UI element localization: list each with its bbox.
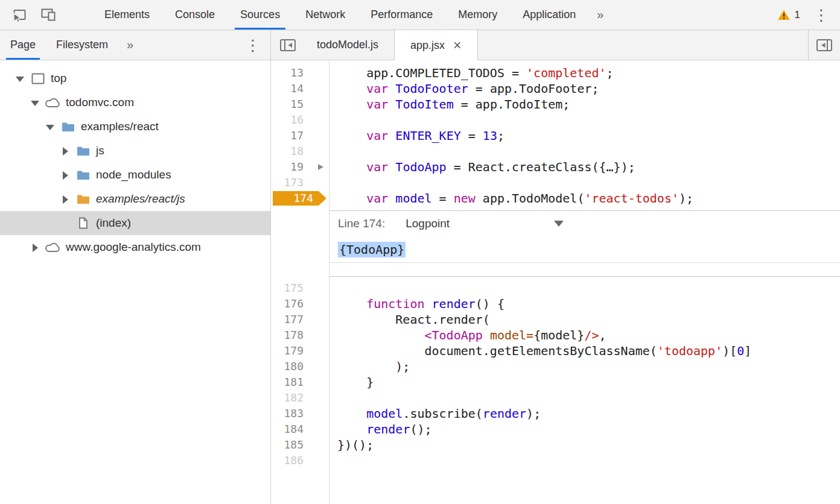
breakpoint-type-dropdown[interactable]: Logpoint [406, 217, 564, 230]
toolbar-tab-elements[interactable]: Elements [92, 0, 162, 30]
line-number[interactable]: 184 [271, 421, 329, 437]
line-number[interactable]: 179 [271, 343, 329, 359]
toolbar-icon-group [0, 0, 66, 30]
inspect-element-icon[interactable] [8, 4, 30, 26]
expander-closed-icon[interactable] [60, 169, 71, 180]
code-text[interactable] [329, 112, 337, 128]
show-debugger-sidebar-icon[interactable] [808, 30, 840, 60]
line-number[interactable]: 17 [271, 128, 329, 143]
editor-tab-app-jsx[interactable]: app.jsx× [394, 30, 477, 60]
expander-open-icon[interactable] [30, 97, 40, 108]
code-line-184: 184 render(); [271, 421, 840, 437]
tree-item-node-modules[interactable]: node_modules [0, 163, 270, 187]
code-text[interactable]: <TodoApp model={model}/>, [329, 327, 606, 343]
code-text[interactable]: render(); [329, 421, 432, 437]
main-menu-kebab-icon[interactable]: ⋮ [813, 7, 829, 23]
tree-item-label: www.google-analytics.com [66, 241, 201, 254]
line-number[interactable]: 181 [271, 374, 329, 390]
more-navigator-tabs-icon[interactable]: » [118, 30, 142, 60]
line-number[interactable]: 176 [271, 296, 329, 312]
tree-item-label: examples/react [81, 120, 159, 133]
code-text[interactable]: function render() { [329, 296, 504, 312]
tree-item-todomvc-com[interactable]: todomvc.com [0, 90, 270, 115]
logpoint-expression-input[interactable]: {TodoApp} [329, 236, 840, 263]
line-number[interactable]: 15 [271, 96, 329, 112]
tree-item-examples-react-js[interactable]: examples/react/js [0, 187, 270, 211]
hide-navigator-icon[interactable] [279, 38, 296, 52]
tree-item-js[interactable]: js [0, 139, 270, 163]
line-number[interactable]: 182 [271, 390, 329, 406]
navigator-menu-kebab-icon[interactable]: ⋮ [245, 37, 270, 53]
breakpoint-type-value: Logpoint [406, 217, 450, 230]
tree-item-top[interactable]: top [0, 66, 270, 90]
expander-open-icon[interactable] [14, 73, 25, 84]
code-line-16: 16 [271, 112, 840, 128]
tree-item-label: (index) [96, 216, 131, 230]
logpoint-editor-panel: Line 174: Logpoint {TodoApp} [329, 210, 840, 277]
toolbar-tab-sources[interactable]: Sources [228, 0, 293, 30]
cloud-icon [43, 97, 63, 108]
code-editor: 13 app.COMPLETED_TODOS = 'completed';14 … [271, 60, 840, 504]
line-number[interactable]: 185 [271, 437, 329, 453]
toolbar-tab-performance[interactable]: Performance [358, 0, 445, 30]
line-number[interactable]: 177 [271, 312, 329, 327]
line-number[interactable]: 19 [271, 159, 329, 175]
code-text[interactable] [329, 280, 337, 296]
code-text[interactable]: React.render( [329, 312, 490, 327]
cloud-icon [43, 242, 63, 253]
code-text[interactable]: var TodoItem = app.TodoItem; [329, 96, 570, 112]
code-text[interactable]: })(); [329, 437, 374, 453]
code-text[interactable]: model.subscribe(render); [329, 406, 541, 421]
line-number[interactable]: 180 [271, 359, 329, 374]
fold-toggle-icon[interactable] [318, 164, 323, 170]
warning-badge[interactable]: 1 [777, 9, 800, 21]
navigator-tab-page[interactable]: Page [0, 30, 46, 60]
toolbar-right-group: 1 ⋮ [777, 0, 840, 30]
code-text[interactable] [329, 175, 337, 191]
line-number[interactable]: 186 [271, 453, 329, 468]
code-text[interactable]: var ENTER_KEY = 13; [329, 128, 504, 143]
close-tab-icon[interactable]: × [453, 39, 461, 52]
dropdown-caret-icon [554, 221, 564, 227]
code-text[interactable] [329, 453, 337, 468]
code-text[interactable]: var TodoApp = React.createClass({…}); [329, 159, 635, 175]
device-toolbar-icon[interactable] [37, 4, 59, 26]
line-number[interactable]: 175 [271, 280, 329, 296]
folder-blue-icon [59, 122, 78, 132]
editor-tab-todomodel-js[interactable]: todoModel.js [301, 30, 394, 60]
toolbar-tab-network[interactable]: Network [293, 0, 358, 30]
line-number[interactable]: 16 [271, 112, 329, 128]
tree-item-index[interactable]: (index) [0, 211, 270, 235]
toolbar-tab-memory[interactable]: Memory [445, 0, 510, 30]
code-line-18: 18 [271, 143, 840, 159]
line-number[interactable]: 173 [271, 175, 329, 191]
tree-item-examples-react[interactable]: examples/react [0, 115, 270, 139]
expander-closed-icon[interactable] [60, 194, 71, 204]
toolbar-tab-console[interactable]: Console [162, 0, 228, 30]
line-number[interactable]: 178 [271, 327, 329, 343]
code-text[interactable] [329, 390, 337, 406]
tree-item-www-google-analytics-com[interactable]: www.google-analytics.com [0, 235, 270, 259]
code-line-17: 17 var ENTER_KEY = 13; [271, 128, 840, 143]
more-panels-icon[interactable]: » [588, 0, 612, 30]
code-text[interactable]: } [329, 374, 374, 390]
line-number[interactable]: 18 [271, 143, 329, 159]
expander-open-icon[interactable] [45, 121, 56, 132]
logpoint-badge[interactable]: 174 [273, 191, 326, 206]
line-number[interactable]: 13 [271, 65, 329, 81]
file-tree: toptodomvc.comexamples/reactjsnode_modul… [0, 60, 270, 259]
code-line-174: 174 var model = new app.TodoModel('react… [271, 191, 840, 206]
code-text[interactable]: var model = new app.TodoModel('react-tod… [329, 191, 693, 206]
expander-closed-icon[interactable] [60, 145, 71, 156]
code-text[interactable]: var TodoFooter = app.TodoFooter; [329, 81, 599, 96]
code-text[interactable] [329, 143, 337, 159]
expander-closed-icon[interactable] [30, 242, 40, 253]
line-number[interactable]: 183 [271, 406, 329, 421]
code-text[interactable]: ); [329, 359, 410, 374]
navigator-tab-filesystem[interactable]: Filesystem [46, 30, 118, 60]
line-number[interactable]: 14 [271, 81, 329, 96]
toolbar-tab-application[interactable]: Application [510, 0, 588, 30]
line-number[interactable]: 174 [271, 191, 329, 206]
code-text[interactable]: document.getElementsByClassName('todoapp… [329, 343, 751, 359]
code-text[interactable]: app.COMPLETED_TODOS = 'completed'; [329, 65, 614, 81]
